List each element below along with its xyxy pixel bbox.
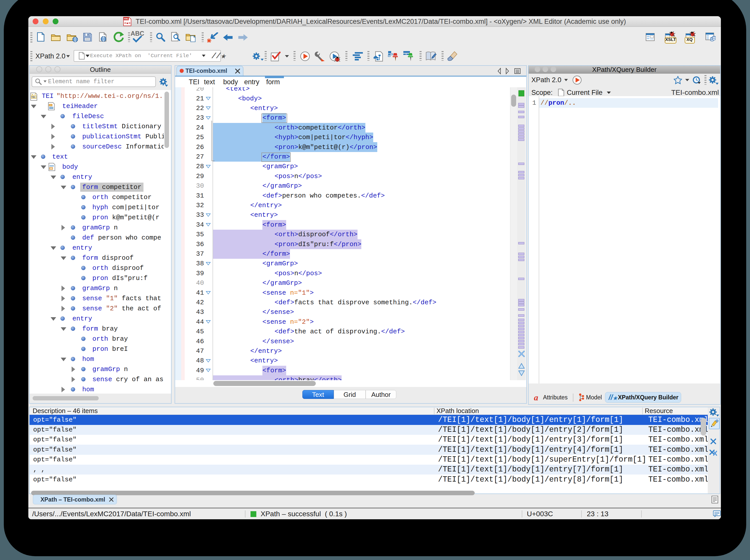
svg-text:XML: XML: [124, 17, 129, 20]
svg-text:<●>: <●>: [124, 21, 131, 25]
svg-text:TEI: TEI: [32, 96, 35, 98]
